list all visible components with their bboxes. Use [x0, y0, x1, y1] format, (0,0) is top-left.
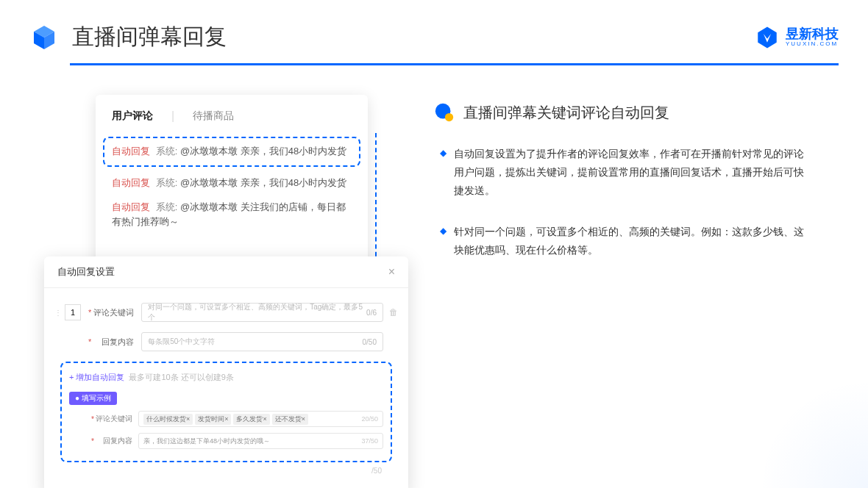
tag[interactable]: 多久发货×	[233, 414, 269, 425]
brand-name: 昱新科技	[786, 27, 839, 40]
auto-reply-badge: 自动回复	[112, 146, 150, 157]
drag-handle-icon[interactable]: ⋮⋮	[54, 309, 65, 317]
example-badge: ● 填写示例	[69, 392, 117, 405]
ex-keyword-input[interactable]: 什么时候发货× 发货时间× 多久发货× 还不发货× 20/50	[138, 411, 383, 427]
svg-point-1	[445, 113, 453, 121]
auto-reply-badge: 自动回复	[112, 177, 150, 188]
add-hint: 最多可建10条 还可以创建9条	[129, 372, 233, 383]
reply-label: 回复内容	[93, 337, 134, 348]
chat-bubble-icon	[434, 102, 455, 123]
page-title: 直播间弹幕回复	[72, 22, 227, 52]
tag[interactable]: 什么时候发货×	[143, 414, 193, 425]
diamond-icon: ◆	[440, 226, 447, 259]
bullet-item: ◆ 自动回复设置为了提升作者的评论回复效率，作者可在开播前针对常见的评论用户问题…	[434, 145, 839, 201]
diamond-icon: ◆	[440, 148, 447, 201]
page-header: 直播间弹幕回复 昱新科技 YUUXIN.COM	[0, 0, 868, 52]
brand-logo: 昱新科技 YUUXIN.COM	[755, 25, 839, 50]
order-number: 1	[65, 304, 81, 320]
trash-icon[interactable]: 🗑	[389, 307, 398, 317]
bottom-counter: /50	[54, 462, 398, 475]
section-title: 直播间弹幕关键词评论自动回复	[463, 103, 669, 123]
auto-reply-badge: 自动回复	[112, 201, 150, 212]
ex-reply-input[interactable]: 亲，我们这边都是下单48小时内发货的哦～ 37/50	[138, 433, 383, 449]
settings-title: 自动回复设置	[57, 265, 115, 279]
tab-pending-products[interactable]: 待播商品	[193, 110, 234, 126]
keyword-input[interactable]: 对同一个问题，可设置多个相近、高频的关键词，Tag确定，最多5个 0/6	[141, 303, 383, 322]
tag[interactable]: 发货时间×	[195, 414, 231, 425]
tag[interactable]: 还不发货×	[272, 414, 308, 425]
settings-card: 自动回复设置 × ⋮⋮ 1 * 评论关键词 对同一个问题，可设置多个相近、高频的…	[44, 256, 408, 488]
add-auto-reply-link[interactable]: + 增加自动回复	[69, 372, 124, 383]
corner-decoration	[758, 378, 868, 488]
ex-keyword-label: 评论关键词	[96, 414, 132, 424]
bullet-item: ◆ 针对同一个问题，可设置多个相近的、高频的关键词。例如：这款多少钱、这块能优惠…	[434, 223, 839, 259]
reply-input[interactable]: 每条限50个中文字符 0/50	[141, 332, 383, 351]
comment-row: 自动回复 系统: @冰墩墩本墩 关注我们的店铺，每日都有热门推荐哟～	[112, 200, 352, 231]
ex-reply-label: 回复内容	[96, 436, 132, 446]
close-icon[interactable]: ×	[388, 265, 395, 279]
cube-icon	[29, 23, 59, 52]
highlighted-comment: 自动回复 系统: @冰墩墩本墩 亲亲，我们48小时内发货	[103, 137, 360, 167]
example-section: + 增加自动回复 最多可建10条 还可以创建9条 ● 填写示例 * 评论关键词 …	[60, 362, 392, 462]
keyword-label: 评论关键词	[93, 307, 134, 318]
brand-sub: YUUXIN.COM	[786, 40, 839, 47]
tab-user-comments[interactable]: 用户评论	[112, 110, 153, 126]
comment-row: 自动回复 系统: @冰墩墩本墩 亲亲，我们48小时内发货	[112, 176, 352, 191]
